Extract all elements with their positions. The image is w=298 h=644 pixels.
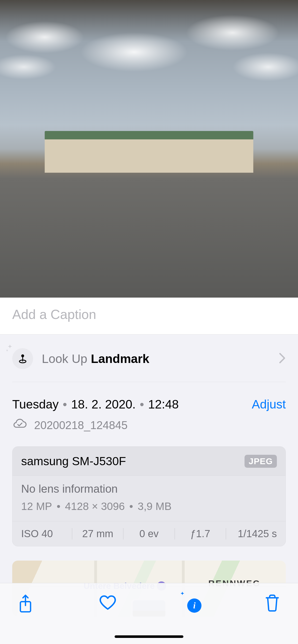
favorite-button[interactable] bbox=[99, 594, 116, 612]
dot-separator: • bbox=[129, 500, 133, 513]
exif-mid: No lens information 12 MP • 4128 × 3096 … bbox=[12, 476, 286, 521]
lookup-prefix: Look Up bbox=[42, 352, 87, 366]
dot-separator: • bbox=[140, 397, 144, 411]
svg-point-2 bbox=[22, 355, 24, 357]
photo-sky bbox=[0, 0, 298, 149]
lookup-icon-wrap bbox=[12, 348, 33, 369]
photo-datetime: Tuesday • 18. 2. 2020. • 12:48 bbox=[12, 397, 179, 411]
megapixels: 12 MP bbox=[21, 500, 52, 513]
sparkle-icon bbox=[178, 591, 187, 601]
filesize: 3,9 MB bbox=[138, 500, 172, 513]
file-name: 20200218_124845 bbox=[34, 419, 128, 432]
lookup-text: Look Up Landmark bbox=[42, 352, 270, 366]
lookup-row[interactable]: Look Up Landmark bbox=[12, 334, 286, 382]
specs-line: 12 MP • 4128 × 3096 • 3,9 MB bbox=[21, 500, 277, 513]
exif-aperture: ƒ1.7 bbox=[175, 528, 226, 539]
lens-info: No lens information bbox=[21, 482, 277, 495]
share-button[interactable] bbox=[18, 594, 33, 614]
exif-iso: ISO 40 bbox=[12, 528, 72, 539]
exif-header: samsung SM-J530F JPEG bbox=[12, 447, 286, 476]
photo-subject bbox=[45, 131, 253, 173]
info-button[interactable]: i bbox=[182, 594, 198, 611]
exif-ev: 0 ev bbox=[124, 528, 175, 539]
sparkle-icon bbox=[5, 344, 15, 354]
dimensions: 4128 × 3096 bbox=[65, 500, 125, 513]
date-value: 18. 2. 2020. bbox=[71, 397, 136, 411]
info-badge-icon: i bbox=[187, 598, 201, 613]
home-indicator[interactable] bbox=[115, 635, 183, 638]
exif-grid: ISO 40 27 mm 0 ev ƒ1.7 1/1425 s bbox=[12, 521, 286, 546]
icloud-synced-icon bbox=[12, 418, 27, 432]
format-badge: JPEG bbox=[245, 455, 277, 468]
photo-preview[interactable] bbox=[0, 0, 298, 298]
device-model: samsung SM-J530F bbox=[21, 454, 126, 468]
delete-button[interactable] bbox=[264, 594, 280, 613]
time-value: 12:48 bbox=[148, 397, 179, 411]
date-row: Tuesday • 18. 2. 2020. • 12:48 Adjust bbox=[12, 382, 286, 411]
file-row: 20200218_124845 bbox=[12, 418, 286, 432]
exif-shutter: 1/1425 s bbox=[226, 528, 286, 539]
exif-card: samsung SM-J530F JPEG No lens informatio… bbox=[12, 446, 286, 546]
landmark-pin-icon bbox=[12, 348, 33, 369]
caption-input[interactable] bbox=[12, 307, 286, 322]
weekday: Tuesday bbox=[12, 397, 59, 411]
dot-separator: • bbox=[57, 500, 60, 513]
caption-row bbox=[0, 298, 298, 334]
chevron-right-icon bbox=[279, 353, 286, 365]
lookup-subject: Landmark bbox=[91, 352, 149, 366]
exif-focal: 27 mm bbox=[72, 528, 124, 539]
adjust-button[interactable]: Adjust bbox=[252, 397, 286, 411]
dot-separator: • bbox=[63, 397, 67, 411]
bottom-toolbar: i bbox=[0, 583, 298, 644]
